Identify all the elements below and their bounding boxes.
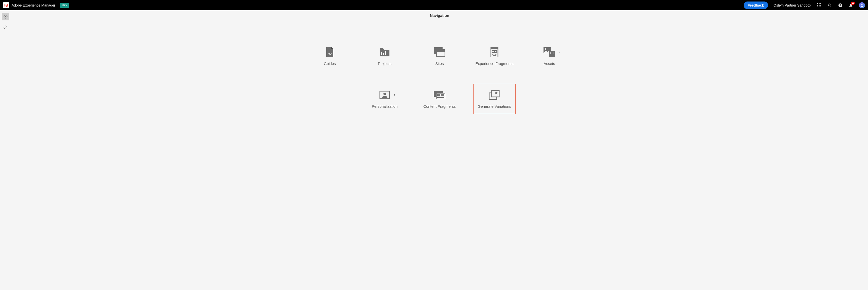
svg-rect-35 [554,55,554,55]
svg-point-11 [862,4,863,5]
svg-text:‹x›: ‹x› [328,52,332,55]
svg-point-22 [494,51,495,52]
rail-hammer-icon[interactable] [2,24,9,31]
svg-rect-14 [383,53,384,55]
topbar: Adobe Experience Manager dev Feedback Os… [0,0,868,10]
svg-rect-15 [385,51,386,55]
notifications-icon[interactable]: 9+ [848,3,854,8]
content-area: Navigation ‹x› Guides Projects Sites [11,10,868,290]
tile-projects[interactable]: Projects [364,41,406,71]
svg-rect-8 [820,6,821,7]
app-title[interactable]: Adobe Experience Manager [11,3,55,7]
tile-label: Guides [324,61,336,66]
svg-point-27 [545,49,546,50]
svg-point-23 [492,54,493,55]
chevron-right-icon [394,93,396,97]
svg-rect-5 [820,5,821,5]
tile-generate-variations[interactable]: Generate Variations [473,84,516,114]
svg-rect-32 [550,55,551,55]
topbar-right: Feedback Oshyn Partner Sandbox ? 9+ [744,1,865,9]
svg-rect-18 [436,50,445,52]
chevron-right-icon [558,50,561,54]
tile-assets[interactable]: Assets [528,41,570,71]
svg-rect-4 [819,5,820,5]
tile-experience-fragments[interactable]: Experience Fragments [473,41,516,71]
guides-icon: ‹x› [323,47,337,57]
svg-rect-6 [817,6,818,7]
svg-rect-40 [437,94,440,96]
generate-variations-icon [488,90,501,100]
svg-rect-0 [817,3,818,4]
page-title: Navigation [11,13,868,18]
svg-rect-31 [550,53,551,54]
sites-icon [433,47,446,57]
apps-icon[interactable] [817,3,822,8]
svg-point-37 [383,93,386,95]
personalization-icon [378,90,392,100]
tile-label: Generate Variations [478,104,511,108]
page-header: Navigation [11,10,868,21]
avatar[interactable] [859,2,865,8]
svg-rect-1 [819,3,820,4]
content-fragments-icon [433,90,446,100]
help-icon[interactable]: ? [838,3,843,8]
svg-rect-30 [550,52,551,53]
svg-text:?: ? [840,3,841,6]
tile-label: Personalization [372,104,398,108]
notification-badge: 9+ [851,2,855,5]
svg-rect-2 [820,3,821,4]
topbar-left: Adobe Experience Manager dev [3,2,69,8]
feedback-button[interactable]: Feedback [744,1,768,9]
tiles-grid: ‹x› Guides Projects Sites E [288,21,591,124]
adobe-logo-icon[interactable] [3,2,9,8]
tile-content-fragments[interactable]: Content Fragments [418,84,461,114]
tile-label: Sites [435,61,443,66]
svg-rect-13 [381,52,382,55]
rail-compass-icon[interactable] [2,13,9,21]
main-wrap: Navigation ‹x› Guides Projects Sites [0,10,868,290]
svg-point-24 [495,54,496,55]
search-icon[interactable] [827,3,832,8]
left-rail [0,10,11,290]
tile-label: Assets [544,61,555,66]
projects-icon [378,47,392,57]
experience-fragments-icon [488,47,501,57]
tile-label: Content Fragments [424,104,456,108]
tile-personalization[interactable]: Personalization [364,84,406,114]
svg-rect-34 [554,53,554,54]
svg-rect-3 [817,5,818,5]
tile-label: Projects [378,61,392,66]
tile-label: Experience Fragments [475,61,514,66]
svg-rect-7 [819,6,820,7]
svg-rect-33 [554,52,554,53]
env-badge: dev [60,3,69,8]
svg-rect-20 [491,47,498,49]
assets-icon [542,47,556,57]
sandbox-name[interactable]: Oshyn Partner Sandbox [774,3,811,7]
tile-sites[interactable]: Sites [418,41,461,71]
tile-guides[interactable]: ‹x› Guides [309,41,351,71]
